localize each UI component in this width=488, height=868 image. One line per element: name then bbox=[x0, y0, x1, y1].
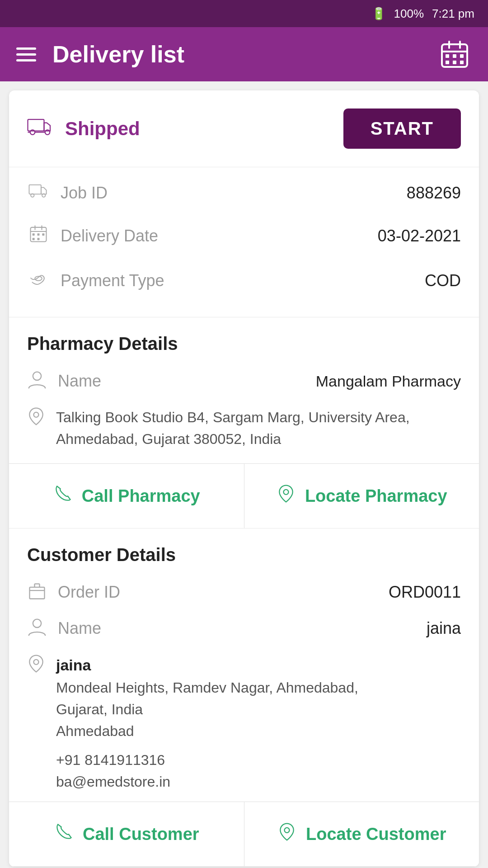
locate-pharmacy-label: Locate Pharmacy bbox=[305, 486, 447, 506]
svg-rect-23 bbox=[38, 233, 40, 236]
customer-person-icon bbox=[27, 618, 47, 639]
svg-rect-15 bbox=[29, 185, 41, 194]
svg-rect-26 bbox=[38, 238, 40, 240]
call-pharmacy-button[interactable]: Call Pharmacy bbox=[9, 464, 244, 528]
battery-icon: 🔋 bbox=[371, 7, 386, 21]
shipped-status: Shipped bbox=[65, 118, 140, 140]
pharmacy-name-value: Mangalam Pharmacy bbox=[316, 373, 461, 390]
calendar-button[interactable] bbox=[437, 37, 472, 71]
svg-rect-22 bbox=[33, 233, 35, 236]
svg-rect-9 bbox=[460, 61, 464, 64]
locate-customer-icon bbox=[277, 822, 297, 846]
customer-section-title: Customer Details bbox=[9, 528, 479, 574]
svg-rect-10 bbox=[28, 119, 44, 131]
phone-icon bbox=[53, 484, 73, 508]
shipped-section: Shipped START bbox=[9, 90, 479, 167]
customer-name-label: Name bbox=[58, 619, 101, 638]
order-id-label: Order ID bbox=[58, 583, 120, 602]
call-customer-button[interactable]: Call Customer bbox=[9, 802, 244, 866]
pharmacy-section-title: Pharmacy Details bbox=[9, 317, 479, 363]
pharmacy-person-icon bbox=[27, 370, 47, 392]
delivery-date-label: Delivery Date bbox=[61, 226, 158, 245]
time: 7:21 pm bbox=[432, 7, 474, 21]
pharmacy-section: Pharmacy Details Name Mangalam Pharmacy bbox=[9, 317, 479, 528]
pharmacy-name-row: Name Mangalam Pharmacy bbox=[9, 363, 479, 399]
svg-point-37 bbox=[34, 660, 39, 665]
payment-type-row: Payment Type COD bbox=[27, 258, 461, 303]
svg-point-38 bbox=[285, 828, 290, 833]
calendar-small-icon bbox=[27, 225, 50, 247]
svg-point-30 bbox=[283, 490, 288, 495]
svg-rect-25 bbox=[33, 238, 35, 240]
order-id-value: ORD0011 bbox=[389, 583, 461, 602]
locate-pharmacy-icon bbox=[276, 484, 296, 508]
svg-point-29 bbox=[34, 412, 39, 417]
call-customer-label: Call Customer bbox=[83, 825, 199, 844]
locate-pharmacy-button[interactable]: Locate Pharmacy bbox=[244, 464, 479, 528]
pharmacy-location-icon bbox=[27, 406, 45, 428]
job-id-row: Job ID 888269 bbox=[27, 172, 461, 214]
delivery-date-row: Delivery Date 03-02-2021 bbox=[27, 214, 461, 258]
svg-rect-6 bbox=[460, 54, 464, 58]
order-id-row: Order ID ORD0011 bbox=[9, 574, 479, 610]
svg-rect-31 bbox=[30, 587, 45, 599]
customer-email: ba@emedstore.in bbox=[56, 771, 358, 793]
payment-type-label: Payment Type bbox=[61, 271, 164, 290]
customer-phone: +91 8141911316 bbox=[56, 749, 358, 771]
customer-address: jaina Mondeal Heights, Ramdev Nagar, Ahm… bbox=[56, 654, 358, 793]
pharmacy-address: Talking Book Studio B4, Sargam Marg, Uni… bbox=[56, 406, 461, 450]
delivery-date-value: 03-02-2021 bbox=[378, 226, 461, 245]
pharmacy-action-buttons: Call Pharmacy Locate Pharmacy bbox=[9, 463, 479, 528]
header-left: Delivery list bbox=[16, 41, 184, 68]
page-title: Delivery list bbox=[52, 41, 184, 68]
customer-action-buttons: Call Customer Locate Customer bbox=[9, 802, 479, 866]
main-card: Shipped START Job ID 888269 bbox=[9, 90, 479, 867]
customer-address-line3: Ahmedabad bbox=[56, 720, 358, 742]
pharmacy-name-label: Name bbox=[58, 372, 101, 391]
customer-name-bold: jaina bbox=[56, 654, 358, 677]
payment-icon bbox=[27, 269, 50, 292]
locate-customer-button[interactable]: Locate Customer bbox=[244, 802, 479, 866]
payment-type-value: COD bbox=[425, 271, 461, 290]
delivery-truck-icon bbox=[27, 183, 50, 203]
truck-icon bbox=[27, 115, 54, 143]
call-pharmacy-label: Call Pharmacy bbox=[82, 486, 200, 506]
customer-address-line1: Mondeal Heights, Ramdev Nagar, Ahmedabad… bbox=[56, 677, 358, 698]
pharmacy-address-row: Talking Book Studio B4, Sargam Marg, Uni… bbox=[9, 399, 479, 463]
customer-name-row: Name jaina bbox=[9, 610, 479, 646]
start-button[interactable]: START bbox=[343, 108, 461, 149]
job-id-label: Job ID bbox=[61, 184, 108, 203]
svg-rect-7 bbox=[446, 61, 449, 64]
customer-address-line2: Gujarat, India bbox=[56, 698, 358, 720]
package-icon bbox=[27, 581, 47, 603]
customer-name-value: jaina bbox=[427, 619, 461, 638]
svg-rect-4 bbox=[446, 54, 449, 58]
svg-rect-5 bbox=[453, 54, 456, 58]
job-info-section: Job ID 888269 bbox=[9, 167, 479, 317]
job-id-value: 888269 bbox=[407, 184, 461, 203]
app-header: Delivery list bbox=[0, 27, 488, 81]
shipped-left: Shipped bbox=[27, 115, 140, 143]
call-customer-icon bbox=[54, 822, 74, 846]
customer-address-row: jaina Mondeal Heights, Ramdev Nagar, Ahm… bbox=[9, 646, 479, 802]
svg-point-36 bbox=[33, 619, 41, 627]
customer-section: Customer Details Order ID ORD0011 bbox=[9, 528, 479, 867]
svg-rect-24 bbox=[42, 233, 44, 236]
calendar-icon bbox=[440, 40, 469, 69]
menu-button[interactable] bbox=[16, 47, 36, 61]
svg-point-28 bbox=[33, 372, 41, 380]
svg-rect-8 bbox=[453, 61, 456, 64]
customer-location-icon bbox=[27, 654, 45, 675]
locate-customer-label: Locate Customer bbox=[306, 825, 446, 844]
battery-level: 100% bbox=[394, 7, 424, 21]
status-bar: 🔋 100% 7:21 pm bbox=[0, 0, 488, 27]
